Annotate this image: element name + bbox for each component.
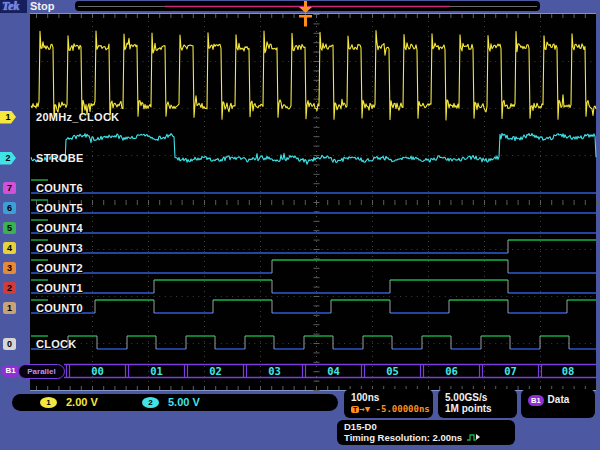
- d2-badge[interactable]: 2: [3, 282, 16, 294]
- d2-label: COUNT1: [36, 282, 83, 294]
- graticule-area: [30, 13, 596, 391]
- trigger-source-box[interactable]: B1Data: [521, 389, 595, 418]
- d7-badge[interactable]: 7: [3, 182, 16, 194]
- d0-badge[interactable]: 0: [3, 338, 16, 350]
- bus-name-pill[interactable]: Parallel: [18, 364, 65, 379]
- d1-badge[interactable]: 1: [3, 302, 16, 314]
- ch2-label: STROBE: [36, 152, 84, 164]
- ch2-scale-readout: 5.00 V: [168, 396, 200, 408]
- tek-logo: Tek: [2, 0, 20, 14]
- digital-readout-box[interactable]: D15-D0 Timing Resolution: 2.00ns: [337, 420, 515, 445]
- trigger-mode: Data: [548, 394, 570, 405]
- sample-rate: 5.00GS/s: [445, 392, 517, 403]
- trigger-position-readout: -5.00000ns: [376, 404, 430, 414]
- ch2-readout-badge[interactable]: 2: [142, 397, 159, 408]
- acquisition-readout-box[interactable]: 5.00GS/s 1M points: [438, 389, 517, 418]
- ch1-badge[interactable]: 1: [0, 111, 16, 124]
- d5-label: COUNT4: [36, 222, 83, 234]
- d3-label: COUNT2: [36, 262, 83, 274]
- d7-label: COUNT6: [36, 182, 83, 194]
- horizontal-readout-box[interactable]: 100ns T→▼ -5.00000ns: [344, 389, 433, 418]
- d4-label: COUNT3: [36, 242, 83, 254]
- acquisition-status: Stop: [30, 0, 54, 12]
- digital-group-label: D15-D0: [344, 421, 515, 432]
- timing-resolution: Timing Resolution: 2.00ns: [344, 432, 462, 443]
- d4-badge[interactable]: 4: [3, 242, 16, 254]
- ch1-scale-readout: 2.00 V: [66, 396, 98, 408]
- d5-badge[interactable]: 5: [3, 222, 16, 234]
- ch1-readout-badge[interactable]: 1: [40, 397, 57, 408]
- d6-badge[interactable]: 6: [3, 202, 16, 214]
- wave-record-view[interactable]: [75, 1, 540, 11]
- ch2-badge[interactable]: 2: [0, 152, 16, 165]
- vertical-scale-readout-bar[interactable]: 1 2.00 V 2 5.00 V: [12, 394, 338, 411]
- d6-label: COUNT5: [36, 202, 83, 214]
- b1-trigger-badge: B1: [528, 395, 544, 406]
- d1-label: COUNT0: [36, 302, 83, 314]
- digital-activity-icon: [466, 433, 480, 442]
- trigger-arrows-icon: →▼: [359, 404, 370, 414]
- d0-label: CLOCK: [36, 338, 77, 350]
- oscilloscope-screen: Tek Stop 000102030405060708 1 2 20MHz_CL…: [0, 0, 600, 450]
- record-length: 1M points: [445, 403, 517, 414]
- horizontal-scale: 100ns: [351, 392, 433, 403]
- ch1-label: 20MHz_CLOCK: [36, 111, 119, 123]
- d3-badge[interactable]: 3: [3, 262, 16, 274]
